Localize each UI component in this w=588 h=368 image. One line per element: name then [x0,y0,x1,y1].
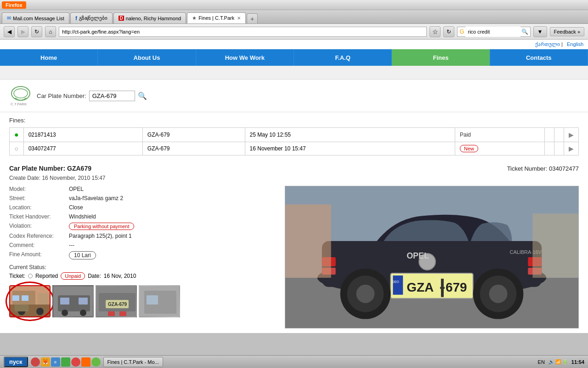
handover-value: Windshield [69,213,96,220]
back-button[interactable]: ◀ [4,26,15,37]
svg-rect-23 [119,311,126,316]
status-right: EN 🔊 📶 🔋 11:54 [538,359,584,365]
svg-point-50 [489,285,508,303]
taskbar-icon-3[interactable]: e [51,357,60,367]
svg-rect-43 [440,287,445,289]
nav-about[interactable]: About Us [98,49,196,66]
fines-section-title: Fines: [9,117,579,124]
reported-label: Reported [35,273,58,279]
unpaid-badge: Unpaid [61,272,85,280]
tab-fines[interactable]: ★ Fines | C.T.Park ✕ [187,12,246,23]
fines-row-1[interactable]: ● 021871413 GZA-679 25 May 10 12:55 Paid… [10,128,579,142]
svg-point-17 [80,310,86,316]
svg-rect-11 [15,305,28,311]
thumbnails-row: GZA-679 [9,285,276,317]
violation-badge: Parking without payment [69,223,134,230]
fine-date-1: 25 May 10 12:55 [245,128,455,142]
svg-rect-26 [147,295,158,305]
svg-text:GZA: GZA [407,280,434,294]
nav-how-we-work[interactable]: How We Work [196,49,294,66]
tab-naleno[interactable]: D naleno, Richy Hammond [113,12,186,23]
thumbnail-1[interactable] [9,285,51,317]
tab-close-icon[interactable]: ✕ [237,16,241,21]
refresh-button[interactable]: ↻ [443,26,454,37]
fine-col-1a [545,128,554,142]
svg-rect-9 [12,295,19,301]
detail-car-plate: Car Plate Number: GZA679 [9,165,91,172]
reload-button[interactable]: ↻ [31,26,42,37]
location-value: Close [69,204,83,211]
svg-rect-14 [60,298,69,305]
fine-status-1: Paid [455,128,544,142]
search-submit-icon[interactable]: 🔍 [521,29,528,35]
detail-codex-row: Codex Reference: Paragraph 125(2), point… [9,233,276,239]
detail-street-row: Street: vaJa-fSavelas gamz 2 [9,195,276,201]
home-button[interactable]: ⌂ [45,26,56,37]
detail-ticket-number: Ticket Number: 034072477 [507,165,579,172]
english-lang-link[interactable]: English [567,41,583,47]
svg-text:GEO: GEO [392,280,399,283]
bookmark-button[interactable]: ☆ [430,26,441,37]
fine-col-2a [545,142,554,155]
detail-location-row: Location: Close [9,204,276,211]
fine-number-2: 034072477 [23,142,142,155]
nav-faq[interactable]: F.A.Q [294,49,392,66]
svg-rect-51 [285,204,331,278]
search-input[interactable] [465,27,520,37]
fines-row-2[interactable]: ○ 034072477 GZA-679 16 November 10 15:47… [10,142,579,155]
new-tab-button[interactable]: + [247,13,258,23]
nav-home[interactable]: Home [0,49,98,66]
taskbar-icon-7[interactable] [91,357,101,367]
status-radio [28,274,33,278]
start-button[interactable]: пуск [4,356,28,367]
tab-mail[interactable]: ✉ Mail.com Message List [2,12,69,23]
tab-georgian[interactable]: f გზajნელები [70,12,113,23]
systray-icons: 🔊 📶 🔋 [548,359,568,364]
detail-model-row: Model: OPEL [9,186,276,192]
status-date-value: 16 Nov, 2010 [104,273,136,279]
ctpark-logo: C.T.PARK [5,84,37,107]
nav-contacts[interactable]: Contacts [490,49,588,66]
ticket-value: 034072477 [549,165,579,172]
tab-label: Fines | C.T.Park [198,15,234,21]
search-plate-button[interactable]: 🔍 [138,92,147,100]
address-input[interactable] [59,27,427,37]
fine-col-1b [554,128,564,142]
taskbar-icon-4[interactable] [61,357,70,367]
tab-label: naleno, Richy Hammond [126,16,181,21]
feedback-button[interactable]: Feedback » [550,27,584,36]
georgian-lang-link[interactable]: ქართული [535,41,560,47]
thumbnail-2[interactable] [52,285,94,317]
violation-label: Violation: [9,223,69,230]
detail-car-plate-value: GZA679 [67,165,91,172]
thumbnail-3[interactable]: GZA-679 [96,285,137,317]
firefox-menu-button[interactable]: Firefox [2,1,26,9]
taskbar-icon-2[interactable]: 🦊 [41,357,50,367]
taskbar-icon-5[interactable] [71,357,80,367]
detail-fine-amount-row: Fine Amount: 10 Lari [9,251,276,259]
lang-indicator: EN [538,359,545,365]
titlebar: Firefox [0,0,588,10]
svg-point-16 [62,310,68,316]
taskbar-active-window[interactable]: Fines | C.T.Park - Mo... [103,357,163,367]
fine-col-2b [554,142,564,155]
fine-arrow-1[interactable]: ▶ [569,131,574,138]
addons-button[interactable]: ▼ [533,26,547,37]
codex-label: Codex Reference: [9,233,69,239]
fine-status-2: New [455,142,544,155]
fine-arrow-2[interactable]: ▶ [569,145,574,152]
svg-rect-15 [79,298,88,305]
status-dot-gray: ○ [15,145,18,152]
tab-bar: ✉ Mail.com Message List f გზajნელები D n… [0,10,588,24]
fine-plate-2: GZA-679 [142,142,245,155]
detail-comment-row: Comment: --- [9,242,276,248]
detail-body: Model: OPEL Street: vaJa-fSavelas gamz 2… [9,186,579,328]
taskbar-icon-6[interactable] [81,357,90,367]
nav-fines[interactable]: Fines [392,49,490,66]
thumbnail-4[interactable] [139,285,180,317]
status-date-label: Date: [88,273,101,279]
forward-button[interactable]: ▶ [17,26,28,37]
taskbar-icon-1[interactable] [31,357,40,367]
car-plate-input[interactable] [89,91,135,101]
svg-rect-10 [22,295,28,301]
